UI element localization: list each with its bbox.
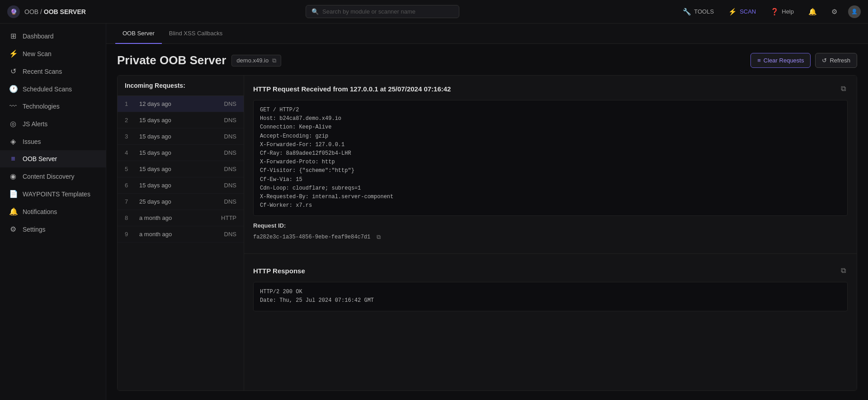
request-row[interactable]: 6 15 days ago DNS [118,177,244,194]
topnav: 🔮 OOB / OOB SERVER 🔍 🔧 TOOLS ⚡ SCAN ❓ He… [0,0,868,24]
sidebar-item-dashboard[interactable]: ⊞ Dashboard [0,27,106,45]
request-row[interactable]: 2 15 days ago DNS [118,112,244,129]
req-type: DNS [220,100,236,107]
refresh-button[interactable]: ↺ Refresh [815,53,857,68]
req-time: 15 days ago [139,149,217,156]
tools-label: TOOLS [694,8,714,15]
sidebar-label-issues: Issues [23,138,41,145]
tools-button[interactable]: 🔧 TOOLS [679,6,717,18]
req-type: DNS [220,182,236,189]
search-icon: 🔍 [311,8,319,15]
tools-icon: 🔧 [683,8,691,16]
sidebar-item-issues[interactable]: ◈ Issues [0,133,106,150]
sidebar-item-js-alerts[interactable]: ◎ JS Alerts [0,115,106,133]
avatar[interactable]: 👤 [848,5,861,18]
request-row[interactable]: 4 15 days ago DNS [118,145,244,161]
req-num: 8 [125,214,136,221]
copy-response-button[interactable]: ⧉ [839,265,848,276]
sidebar-label-scheduled-scans: Scheduled Scans [23,86,72,93]
req-type: DNS [220,198,236,205]
domain-text: demo.x49.io [236,57,269,64]
sidebar-item-technologies[interactable]: 〰 Technologies [0,98,106,115]
sidebar-item-oob-server[interactable]: ≡ OOB Server [0,150,106,167]
sidebar-item-notifications[interactable]: 🔔 Notifications [0,203,106,220]
page-title: Private OOB Server [117,53,226,67]
tab-oob-server[interactable]: OOB Server [115,24,162,44]
sidebar-icon-content-discovery: ◉ [9,172,17,181]
copy-domain-icon[interactable]: ⧉ [272,57,276,64]
response-section: HTTP Response ⧉ HTTP/2 200 OK Date: Thu,… [244,257,857,318]
bell-icon: 🔔 [808,8,817,16]
request-row[interactable]: 7 25 days ago DNS [118,194,244,210]
sidebar-item-settings[interactable]: ⚙ Settings [0,220,106,238]
scan-label: SCAN [740,8,756,15]
req-time: 15 days ago [139,182,217,189]
sidebar-label-waypoints: WAYPOINTS Templates [23,190,90,198]
sidebar: ⊞ Dashboard ⚡ New Scan ↺ Recent Scans 🕐 … [0,24,106,400]
sidebar-icon-settings: ⚙ [9,225,17,233]
sidebar-label-notifications: Notifications [23,208,57,215]
sidebar-label-oob-server: OOB Server [23,155,57,162]
sidebar-label-js-alerts: JS Alerts [23,120,47,128]
page-content: Private OOB Server demo.x49.io ⧉ ≡ Clear… [106,44,868,400]
request-row[interactable]: 9 a month ago DNS [118,226,244,243]
copy-request-button[interactable]: ⧉ [839,83,848,95]
sidebar-item-new-scan[interactable]: ⚡ New Scan [0,45,106,62]
req-time: a month ago [139,214,217,221]
sidebar-icon-recent-scans: ↺ [9,67,17,76]
sidebar-icon-scheduled-scans: 🕐 [9,85,17,93]
sidebar-item-waypoints[interactable]: 📄 WAYPOINTS Templates [0,185,106,203]
req-type: DNS [220,166,236,172]
sidebar-icon-issues: ◈ [9,137,17,146]
split-panel: Incoming Requests: 1 12 days ago DNS 2 1… [117,75,857,391]
clear-requests-label: Clear Requests [764,57,804,64]
sidebar-icon-dashboard: ⊞ [9,32,17,40]
req-num: 5 [125,166,136,172]
sidebar-label-technologies: Technologies [23,103,60,110]
topnav-left: 🔮 OOB / OOB SERVER [7,5,86,18]
settings-button[interactable]: ⚙ [828,6,841,18]
tabs-bar: OOB ServerBlind XSS Callbacks [106,24,868,44]
req-type: DNS [220,149,236,156]
req-time: 15 days ago [139,133,217,140]
content-area: OOB ServerBlind XSS Callbacks Private OO… [106,24,868,400]
help-button[interactable]: ❓ Help [767,6,797,18]
topnav-right: 🔧 TOOLS ⚡ SCAN ❓ Help 🔔 ⚙ 👤 [679,5,861,18]
sidebar-label-dashboard: Dashboard [23,33,54,40]
sidebar-icon-waypoints: 📄 [9,190,17,198]
req-time: 12 days ago [139,100,217,107]
requests-list[interactable]: 1 12 days ago DNS 2 15 days ago DNS 3 15… [118,96,244,390]
request-row[interactable]: 8 a month ago HTTP [118,210,244,226]
sidebar-label-recent-scans: Recent Scans [23,68,62,75]
domain-badge: demo.x49.io ⧉ [231,55,281,67]
clear-requests-button[interactable]: ≡ Clear Requests [750,53,811,68]
request-row[interactable]: 5 15 days ago DNS [118,161,244,177]
request-code-block: GET / HTTP/2 Host: b24ca87.demo.x49.io C… [253,100,848,216]
help-icon: ❓ [770,8,779,16]
brand-prefix: OOB / [24,8,44,15]
req-time: 15 days ago [139,166,217,172]
req-num: 4 [125,149,136,156]
request-id-section: Request ID: fa282e3c-1a35-4856-9ebe-feaf… [253,222,848,243]
req-type: DNS [220,133,236,140]
sidebar-item-scheduled-scans[interactable]: 🕐 Scheduled Scans [0,80,106,98]
incoming-requests-header: Incoming Requests: [118,76,244,96]
notifications-button[interactable]: 🔔 [805,6,821,18]
req-num: 7 [125,198,136,205]
sidebar-icon-new-scan: ⚡ [9,49,17,58]
req-num: 6 [125,182,136,189]
left-panel: Incoming Requests: 1 12 days ago DNS 2 1… [118,76,244,390]
sidebar-label-settings: Settings [23,226,46,233]
request-row[interactable]: 3 15 days ago DNS [118,129,244,145]
sidebar-item-recent-scans[interactable]: ↺ Recent Scans [0,62,106,80]
search-bar[interactable]: 🔍 [306,5,459,18]
scan-button[interactable]: ⚡ SCAN [725,6,760,18]
sidebar-item-content-discovery[interactable]: ◉ Content Discovery [0,167,106,185]
request-row[interactable]: 1 12 days ago DNS [118,96,244,112]
sidebar-icon-oob-server: ≡ [9,155,17,163]
search-input[interactable] [322,8,453,15]
right-panel[interactable]: HTTP Request Received from 127.0.0.1 at … [244,76,857,390]
copy-id-button[interactable]: ⧉ [375,232,382,243]
tab-blind-xss-callbacks[interactable]: Blind XSS Callbacks [162,24,230,44]
brand-name: OOB SERVER [44,8,86,15]
